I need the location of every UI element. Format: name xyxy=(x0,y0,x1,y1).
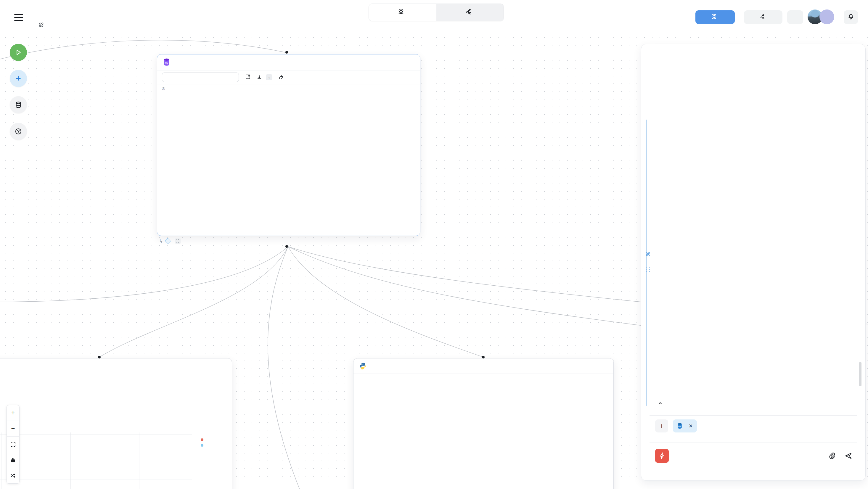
chart-legend[interactable] xyxy=(192,435,206,450)
lock-button[interactable] xyxy=(7,452,19,468)
message-accent-bar xyxy=(646,120,647,406)
export-chevron[interactable]: ⌄ xyxy=(266,74,272,80)
tab-workflow[interactable] xyxy=(436,4,504,21)
add-context-button[interactable]: + xyxy=(655,420,668,432)
dataframe2-output-chip[interactable]: ↳ xyxy=(159,238,181,244)
format-button[interactable] xyxy=(279,75,286,80)
help-button[interactable] xyxy=(10,123,27,140)
format-icon xyxy=(279,75,284,80)
zoom-in-button[interactable]: + xyxy=(7,405,19,421)
run-all-button[interactable] xyxy=(10,44,27,61)
model-selector[interactable] xyxy=(655,401,662,405)
node-cleaned-data[interactable]: SQL ⌄ ⓘ xyxy=(157,54,421,236)
svg-text:SQL: SQL xyxy=(678,426,681,428)
export-button[interactable]: ⌄ xyxy=(257,74,272,80)
notifications-button[interactable] xyxy=(844,10,858,24)
input-connector-cleaned-data[interactable] xyxy=(285,51,288,54)
panel-scrollbar[interactable] xyxy=(859,362,862,386)
legend-dot-true xyxy=(201,438,204,441)
remove-context-icon[interactable]: ✕ xyxy=(689,423,693,429)
publish-grid-icon xyxy=(711,14,716,21)
menu-icon[interactable] xyxy=(14,14,23,22)
python-code-editor[interactable] xyxy=(353,374,613,376)
unlock-icon xyxy=(10,457,16,463)
attachment-icon[interactable] xyxy=(829,452,836,461)
tab-smartbook[interactable] xyxy=(369,4,436,21)
database-icon xyxy=(15,101,22,108)
mode-toggle xyxy=(369,4,504,21)
expand-table-icon[interactable] xyxy=(245,74,250,81)
share-icon xyxy=(760,14,765,21)
chevron-up-icon xyxy=(658,401,662,405)
plus-icon: + xyxy=(659,422,664,430)
search-table-columns-input[interactable] xyxy=(162,72,239,82)
legend-item-false[interactable] xyxy=(192,444,206,447)
fit-view-button[interactable] xyxy=(7,437,19,452)
canvas-zoom-toolbar: + − xyxy=(6,405,20,484)
minus-icon: − xyxy=(11,425,15,432)
shuffle-layout-button[interactable] xyxy=(7,468,19,483)
send-button[interactable] xyxy=(845,452,852,461)
fabi-logo xyxy=(655,449,669,463)
data-sources-button[interactable] xyxy=(10,96,27,113)
plus-icon: + xyxy=(11,409,15,417)
avatar[interactable] xyxy=(819,9,834,24)
message-drag-handle[interactable] xyxy=(646,267,650,272)
sql-table-icon: SQL xyxy=(677,423,682,429)
python-icon xyxy=(360,362,367,371)
app-window: + SQL ⌄ xyxy=(0,0,868,489)
legend-dot-false xyxy=(201,444,204,447)
publish-button[interactable] xyxy=(695,10,735,24)
output-arrow-icon: ↳ xyxy=(159,238,163,244)
smartbook-atom-icon xyxy=(38,22,44,29)
workflow-graph-icon xyxy=(465,8,472,16)
plus-icon: + xyxy=(16,73,21,84)
dataframe-diamond-icon xyxy=(164,238,171,244)
input-connector-campaign-roi[interactable] xyxy=(98,356,101,359)
ai-chat-panel: + SQL ✕ xyxy=(641,44,866,481)
more-options-button[interactable] xyxy=(787,10,803,24)
output-connector-cleaned-data[interactable] xyxy=(285,245,288,248)
context-chip-cleaned-data[interactable]: SQL ✕ xyxy=(673,420,697,432)
bell-icon xyxy=(848,13,854,21)
atom-icon xyxy=(398,8,404,16)
svg-text:SQL: SQL xyxy=(164,62,168,64)
download-icon xyxy=(257,75,262,80)
zoom-out-button[interactable]: − xyxy=(7,421,19,437)
record-count: ⓘ xyxy=(162,87,165,92)
fullscreen-icon xyxy=(10,441,16,447)
unlink-icon[interactable] xyxy=(645,251,651,258)
add-node-button[interactable]: + xyxy=(10,70,27,87)
shuffle-icon xyxy=(10,473,16,478)
share-button[interactable] xyxy=(744,10,782,24)
node-platform-performance-comparison[interactable] xyxy=(353,358,614,489)
scatter-plot[interactable] xyxy=(0,432,192,489)
node-campaign-roi[interactable] xyxy=(0,358,232,489)
sql-icon: SQL xyxy=(163,58,170,67)
input-connector-platform-node[interactable] xyxy=(482,356,485,359)
question-icon xyxy=(15,128,22,135)
drag-handle[interactable] xyxy=(175,238,181,244)
top-header xyxy=(0,0,868,32)
play-icon xyxy=(15,49,22,56)
legend-item-true[interactable] xyxy=(192,438,206,441)
